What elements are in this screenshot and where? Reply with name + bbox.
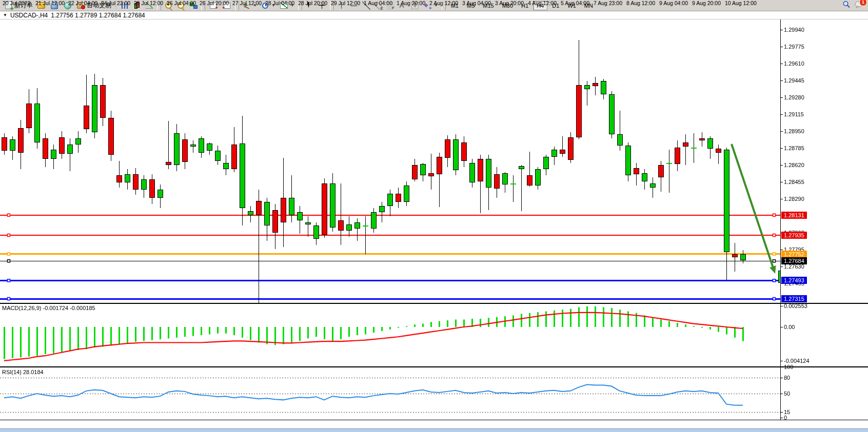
time-axis-label: 3 Aug 20:00 [495, 0, 524, 6]
window-bottom-edge [0, 428, 868, 432]
time-axis-label: 25 Jul 12:00 [134, 0, 163, 6]
chart-symbol-period: USDCAD-,H4 [10, 12, 48, 19]
rsi-tick-label: 15 [784, 409, 790, 415]
time-axis-label: 28 Jul 04:00 [265, 0, 294, 6]
price-tick-label: 1.29610 [784, 60, 804, 67]
time-axis-label: 3 Aug 04:00 [462, 0, 491, 6]
time-axis-label: 22 Jul 04:00 [68, 0, 97, 6]
time-axis-label: 9 Aug 20:00 [692, 0, 721, 6]
price-tick-label: 1.28455 [784, 179, 804, 185]
time-axis-label: 9 Aug 04:00 [659, 0, 688, 6]
time-axis-label: 10 Aug 12:00 [725, 0, 757, 6]
price-tick-label: 1.28785 [784, 145, 804, 151]
price-level-chip: 1.28131 [781, 212, 807, 219]
time-axis-label: 7 Aug 23:00 [594, 0, 622, 6]
macd-tick-label: 0.002553 [784, 303, 807, 309]
rsi-tick-label: 80 [784, 375, 790, 381]
price-tick-label: 1.29775 [784, 44, 804, 50]
price-chart-canvas[interactable] [0, 19, 868, 432]
time-axis-label: 27 Jul 12:00 [232, 0, 262, 6]
time-axis-label: 1 Aug 20:00 [397, 0, 425, 6]
time-axis-label: 1 Aug 04:00 [364, 0, 392, 6]
search-icon[interactable] [842, 1, 851, 9]
price-tick-label: 1.29445 [784, 77, 804, 84]
price-level-chip: 1.27315 [781, 295, 807, 302]
rsi-tick-label: 0 [784, 415, 787, 421]
mt4-window: 新订单 自动交易 ▼ ▼ ▼ ▼ [0, 0, 868, 432]
price-tick-label: 1.28620 [784, 162, 804, 168]
rsi-indicator-label: RSI(14) 28.0184 [2, 369, 44, 375]
time-axis-label: 26 Jul 04:00 [167, 0, 196, 6]
toolbar-right: 1 [842, 1, 864, 9]
time-axis-label: 29 Jul 12:00 [331, 0, 360, 6]
notifications-icon[interactable]: 1 [855, 1, 864, 9]
price-level-chip: 1.27752 [781, 251, 807, 258]
chart-dropdown-icon[interactable]: ▼ [3, 13, 7, 17]
macd-tick-label: -0.004124 [784, 358, 810, 364]
price-tick-label: 1.28950 [784, 128, 804, 134]
time-axis-label: 8 Aug 12:00 [626, 0, 655, 6]
time-axis-label: 26 Jul 20:00 [200, 0, 229, 6]
rsi-tick-label: 50 [784, 390, 790, 397]
price-tick-label: 1.28290 [784, 196, 804, 202]
time-axis-label: 4 Aug 12:00 [528, 0, 557, 6]
price-tick-label: 1.29280 [784, 94, 804, 100]
time-axis-label: 28 Jul 20:00 [298, 0, 327, 6]
time-axis-label: 21 Jul 12:00 [35, 0, 65, 6]
price-tick-label: 1.29115 [784, 111, 804, 117]
macd-indicator-label: MACD(12,26,9) -0.001724 -0.000185 [2, 305, 95, 311]
price-level-chip: 1.27684 [781, 257, 807, 264]
rsi-tick-label: 100 [784, 364, 793, 370]
time-axis-label: 24 Jul 23:00 [101, 0, 130, 6]
macd-tick-label: 0.00 [784, 324, 795, 330]
chart-ohlc-values: 1.27756 1.27789 1.27684 1.27684 [51, 12, 145, 19]
chart-title-bar[interactable]: ▼ USDCAD-,H4 1.27756 1.27789 1.27684 1.2… [0, 11, 868, 19]
price-tick-label: 1.29940 [784, 27, 804, 33]
time-axis-label: 5 Aug 04:00 [561, 0, 589, 6]
price-level-chip: 1.27935 [781, 232, 807, 239]
time-axis-label: 20 Jul 2022 [3, 0, 30, 6]
notification-badge: 1 [859, 0, 867, 6]
price-level-chip: 1.27493 [781, 277, 807, 284]
time-axis-label: 2 Aug 12:00 [429, 0, 458, 6]
